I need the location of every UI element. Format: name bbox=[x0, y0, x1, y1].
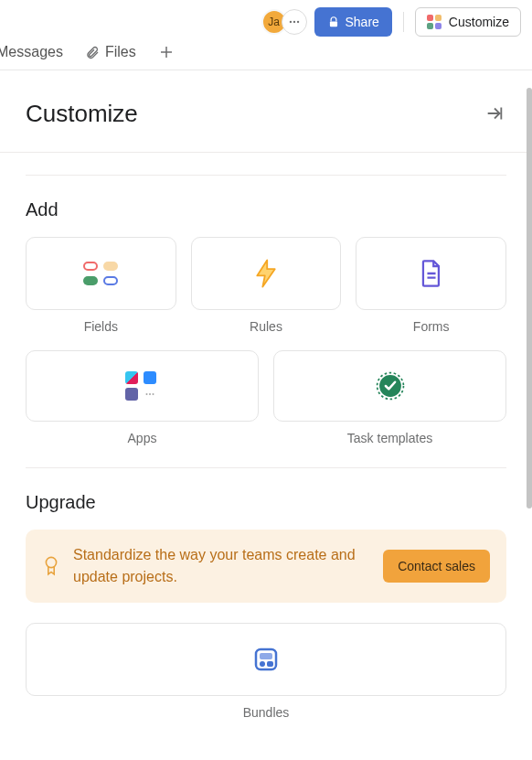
section-title-add: Add bbox=[26, 199, 506, 220]
share-button-label: Share bbox=[346, 15, 379, 29]
check-badge-icon bbox=[375, 370, 406, 401]
attachment-icon bbox=[85, 45, 100, 59]
svg-point-12 bbox=[260, 661, 265, 667]
ribbon-icon bbox=[42, 555, 60, 577]
customize-button[interactable]: Customize bbox=[415, 7, 521, 37]
svg-point-1 bbox=[293, 21, 294, 23]
svg-rect-13 bbox=[267, 661, 273, 667]
card-task-templates[interactable]: Task templates bbox=[273, 350, 506, 445]
tab-files[interactable]: Files bbox=[85, 44, 136, 60]
upgrade-cards-row: Bundles bbox=[26, 623, 506, 720]
scrollbar[interactable] bbox=[527, 88, 532, 746]
panel-body: Add Fields Rules Forms bbox=[0, 175, 532, 720]
ellipsis-icon bbox=[288, 16, 301, 28]
tab-messages[interactable]: Messages bbox=[0, 44, 63, 60]
top-bar: Ja Share Customize bbox=[0, 0, 532, 44]
tabs-row: Messages Files bbox=[0, 44, 532, 70]
card-forms[interactable]: Forms bbox=[356, 237, 506, 334]
card-label: Apps bbox=[128, 431, 157, 445]
svg-rect-11 bbox=[260, 653, 272, 659]
svg-point-6 bbox=[153, 393, 154, 395]
separator bbox=[26, 175, 506, 176]
apps-icon bbox=[125, 371, 160, 401]
upgrade-banner-text: Standardize the way your teams create an… bbox=[73, 544, 370, 588]
bundles-icon bbox=[251, 645, 281, 674]
tab-label: Messages bbox=[0, 44, 63, 60]
svg-point-0 bbox=[289, 21, 291, 23]
scrollbar-thumb[interactable] bbox=[527, 88, 532, 508]
card-apps[interactable]: Apps bbox=[26, 350, 259, 445]
card-label: Fields bbox=[84, 319, 118, 334]
add-cards-row-1: Fields Rules Forms bbox=[26, 237, 506, 334]
tab-label: Files bbox=[105, 44, 136, 60]
plus-icon bbox=[158, 44, 175, 60]
page-title: Customize bbox=[26, 100, 138, 128]
customize-button-label: Customize bbox=[449, 15, 509, 29]
form-icon bbox=[419, 258, 444, 289]
svg-point-5 bbox=[149, 393, 151, 395]
card-label: Forms bbox=[413, 319, 450, 334]
customize-icon bbox=[427, 15, 442, 29]
contact-sales-button[interactable]: Contact sales bbox=[383, 550, 490, 583]
separator bbox=[26, 467, 506, 468]
card-bundles[interactable]: Bundles bbox=[26, 623, 506, 720]
collapse-panel-button[interactable] bbox=[484, 103, 506, 125]
collapse-icon bbox=[484, 103, 505, 123]
add-cards-row-2: Apps Task templates bbox=[26, 350, 506, 445]
svg-point-2 bbox=[296, 21, 298, 23]
card-rules[interactable]: Rules bbox=[191, 237, 342, 334]
panel-header: Customize bbox=[0, 70, 532, 153]
card-label: Rules bbox=[250, 319, 282, 334]
card-label: Task templates bbox=[347, 431, 432, 445]
lightning-icon bbox=[252, 258, 280, 289]
fields-icon bbox=[82, 261, 119, 286]
svg-point-4 bbox=[146, 393, 148, 395]
upgrade-banner: Standardize the way your teams create an… bbox=[26, 530, 506, 603]
share-button[interactable]: Share bbox=[314, 7, 392, 37]
lock-icon bbox=[327, 16, 340, 28]
card-label: Bundles bbox=[243, 705, 290, 720]
add-tab-button[interactable] bbox=[158, 44, 175, 60]
more-button[interactable] bbox=[282, 9, 307, 35]
svg-point-9 bbox=[46, 557, 56, 567]
section-title-upgrade: Upgrade bbox=[26, 492, 506, 513]
separator bbox=[403, 12, 404, 32]
card-fields[interactable]: Fields bbox=[26, 237, 176, 334]
svg-rect-3 bbox=[329, 21, 336, 27]
